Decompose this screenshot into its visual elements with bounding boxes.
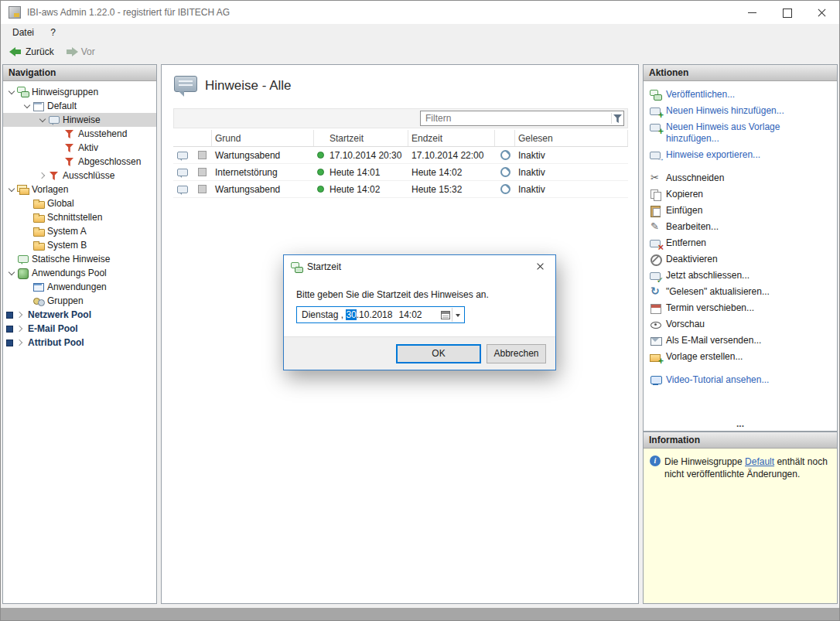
chevron-collapsed-icon[interactable]: [37, 170, 48, 181]
datetime-rest[interactable]: .10.2018: [357, 309, 393, 320]
sidebar-item-label: Anwendungs Pool: [32, 268, 107, 278]
back-button[interactable]: Zurück: [5, 43, 58, 61]
action-jetzt-abschliessen[interactable]: Jetzt abschliessen...: [650, 268, 834, 284]
hint-checkbox-icon[interactable]: [198, 168, 207, 176]
sidebar-item-anwendungs-pool[interactable]: Anwendungs Pool: [3, 266, 156, 280]
default-group-link[interactable]: Default: [745, 456, 774, 467]
column-endzeit[interactable]: Endzeit: [408, 130, 495, 146]
ok-button[interactable]: OK: [396, 344, 481, 363]
action-neuer-hinweis[interactable]: Neuen Hinweis hinzufügen...: [650, 103, 834, 119]
cell-endzeit: Heute 14:02: [408, 167, 495, 178]
calendar-icon[interactable]: [441, 311, 450, 319]
datetime-weekday[interactable]: Dienstag: [302, 309, 338, 320]
attribute-pool-icon: [6, 340, 13, 346]
back-arrow-icon: [9, 46, 22, 57]
datetime-day-selected[interactable]: 30: [346, 309, 356, 320]
sidebar-item-ausstehend[interactable]: Ausstehend: [3, 127, 156, 141]
sidebar-item-vorlagen[interactable]: Vorlagen: [3, 183, 156, 196]
cancel-button[interactable]: Abbrechen: [487, 344, 546, 363]
sidebar-item-ausschluesse[interactable]: Ausschlüsse: [3, 169, 156, 183]
column-status[interactable]: [314, 130, 326, 146]
chevron-expanded-icon[interactable]: [6, 87, 17, 97]
dialog-close-icon[interactable]: [524, 255, 555, 278]
sidebar-item-default[interactable]: Default: [3, 99, 156, 113]
chevron-expanded-icon[interactable]: [6, 268, 17, 278]
action-bearbeiten[interactable]: Bearbeiten...: [650, 219, 834, 235]
menu-datei[interactable]: Datei: [5, 24, 41, 41]
static-hints-icon: [17, 253, 29, 265]
sidebar-item-label: Global: [47, 198, 74, 209]
column-grund[interactable]: Grund: [212, 130, 314, 146]
maximize-button[interactable]: [770, 1, 804, 24]
close-button[interactable]: [804, 1, 839, 24]
sidebar-item-hinweise[interactable]: Hinweise: [3, 113, 156, 127]
remove-icon: [650, 237, 662, 249]
action-termin-verschieben[interactable]: Termin verschieben...: [650, 300, 834, 316]
cell-gelesen: Inaktiv: [515, 167, 628, 178]
toolbar: Zurück Vor: [1, 41, 839, 63]
sidebar-item-email-pool[interactable]: E-Mail Pool: [3, 322, 156, 336]
tree-indent: [22, 281, 32, 292]
column-gelesen-icon[interactable]: [495, 130, 515, 146]
column-checkbox[interactable]: [192, 130, 212, 146]
sidebar-item-netzwerk-pool[interactable]: Netzwerk Pool: [3, 308, 156, 322]
table-row[interactable]: Wartungsabend 17.10.2014 20:30 17.10.201…: [173, 147, 628, 164]
sidebar-item-system-a[interactable]: System A: [3, 224, 156, 238]
sidebar-item-system-b[interactable]: System B: [3, 238, 156, 252]
action-label: "Gelesen" aktualisieren...: [666, 286, 770, 298]
action-hinweise-exportieren[interactable]: Hinweise exportieren...: [650, 147, 834, 163]
filter-funnel-icon[interactable]: [611, 113, 622, 124]
chevron-collapsed-icon[interactable]: [15, 337, 26, 348]
menu-help[interactable]: ?: [43, 24, 63, 41]
menu-bar: Datei ?: [1, 24, 839, 41]
navigation-panel: Navigation Hinweisgruppen Default Hinwei…: [2, 64, 157, 604]
action-label: Neuen Hinweis aus Vorlage hinzufügen...: [666, 121, 825, 145]
hint-checkbox-icon[interactable]: [198, 151, 207, 159]
action-gelesen-aktualisieren[interactable]: "Gelesen" aktualisieren...: [650, 284, 834, 300]
sidebar-item-abgeschlossen[interactable]: Abgeschlossen: [3, 155, 156, 169]
action-video-tutorial[interactable]: Video-Tutorial ansehen...: [650, 372, 834, 388]
sidebar-item-global[interactable]: Global: [3, 196, 156, 210]
filter-field: [420, 111, 624, 126]
action-kopieren[interactable]: Kopieren: [650, 186, 834, 203]
table-row[interactable]: Internetstörung Heute 14:01 Heute 14:02 …: [173, 164, 628, 181]
sidebar-item-attribut-pool[interactable]: Attribut Pool: [3, 336, 156, 350]
forward-button[interactable]: Vor: [61, 43, 99, 61]
chevron-expanded-icon[interactable]: [22, 101, 32, 111]
action-als-email-versenden[interactable]: Als E-Mail versenden...: [650, 333, 834, 349]
sidebar-item-gruppen[interactable]: Gruppen: [3, 294, 156, 308]
startzeit-dialog: Startzeit Bitte geben Sie die Startzeit …: [283, 254, 556, 370]
datetime-dropdown: [437, 308, 463, 322]
sidebar-item-anwendungen[interactable]: Anwendungen: [3, 280, 156, 294]
action-vorschau[interactable]: Vorschau: [650, 316, 834, 333]
hint-checkbox-icon[interactable]: [198, 185, 207, 193]
action-vorlage-erstellen[interactable]: Vorlage erstellen...: [650, 349, 834, 365]
sidebar-item-hinweisgruppen[interactable]: Hinweisgruppen: [3, 85, 156, 99]
dropdown-arrow-icon[interactable]: [452, 308, 463, 322]
column-gelesen[interactable]: Gelesen: [515, 130, 628, 146]
datetime-time[interactable]: 14:02: [398, 309, 422, 320]
sidebar-item-schnittstellen[interactable]: Schnittstellen: [3, 210, 156, 224]
sidebar-item-statische-hinweise[interactable]: Statische Hinweise: [3, 252, 156, 266]
action-ausschneiden[interactable]: Ausschneiden: [650, 170, 834, 186]
minimize-button[interactable]: [735, 1, 770, 24]
action-hinweis-aus-vorlage[interactable]: Neuen Hinweis aus Vorlage hinzufügen...: [650, 119, 834, 147]
column-startzeit[interactable]: Startzeit: [326, 130, 408, 146]
actions-overflow[interactable]: ...: [644, 420, 837, 431]
chevron-collapsed-icon[interactable]: [15, 323, 26, 334]
table-row[interactable]: Wartungsabend Heute 14:02 Heute 15:32 In…: [173, 181, 628, 198]
action-label: Ausschneiden: [666, 172, 724, 184]
chevron-collapsed-icon[interactable]: [15, 309, 26, 320]
filter-input[interactable]: [420, 111, 624, 126]
cell-gelesen: Inaktiv: [515, 184, 628, 195]
sidebar-item-aktiv[interactable]: Aktiv: [3, 141, 156, 155]
action-veroeffentlichen[interactable]: Veröffentlichen...: [650, 87, 834, 103]
chevron-expanded-icon[interactable]: [6, 184, 17, 195]
action-deaktivieren[interactable]: Deaktivieren: [650, 251, 834, 268]
column-icon[interactable]: [173, 130, 192, 146]
datetime-picker[interactable]: Dienstag , 30.10.201814:02: [296, 306, 465, 323]
chevron-expanded-icon[interactable]: [37, 114, 48, 125]
action-einfuegen[interactable]: Einfügen: [650, 203, 834, 219]
actions-group-divider: [650, 365, 834, 372]
action-entfernen[interactable]: Entfernen: [650, 235, 834, 251]
